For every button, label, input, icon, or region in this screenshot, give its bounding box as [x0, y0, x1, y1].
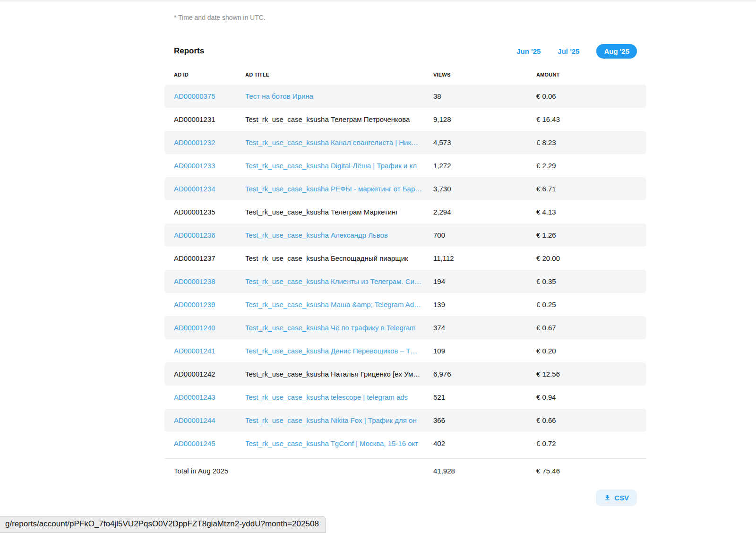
- ad-title-text: Test_rk_use_case_ksusha Телеграм Маркети…: [245, 208, 433, 216]
- ad-id-link[interactable]: AD00001240: [174, 324, 245, 332]
- column-header: AMOUNT: [536, 72, 637, 77]
- month-tab-aug-25[interactable]: Aug '25: [596, 44, 637, 59]
- views-value: 4,573: [433, 138, 536, 146]
- status-url-text: g/reports/account/pPFkO_7fo4jl5VU2PqsO0V…: [5, 519, 319, 528]
- amount-value: € 0.35: [536, 277, 637, 285]
- status-url-bar: g/reports/account/pPFkO_7fo4jl5VU2PqsO0V…: [0, 516, 326, 533]
- ad-id-text: AD00001235: [174, 208, 245, 216]
- table-row: AD00001243Test_rk_use_case_ksusha telesc…: [164, 386, 646, 409]
- table-row: AD00001238Test_rk_use_case_ksusha Клиент…: [164, 270, 646, 293]
- ad-id-link[interactable]: AD00001236: [174, 231, 245, 239]
- amount-value: € 6.71: [536, 185, 637, 193]
- download-icon: [604, 494, 611, 501]
- ad-id-link[interactable]: AD00001234: [174, 185, 245, 193]
- column-header: VIEWS: [433, 72, 536, 77]
- table-body: AD00000375Тест на ботов Ирина38€ 0.06AD0…: [164, 85, 646, 455]
- ad-title-link[interactable]: Test_rk_use_case_ksusha Александр Львов: [245, 231, 433, 239]
- views-value: 374: [433, 324, 536, 332]
- ad-id-link[interactable]: AD00001239: [174, 301, 245, 309]
- ad-title-link[interactable]: Test_rk_use_case_ksusha Клиенты из Телег…: [245, 277, 433, 285]
- ad-title-link[interactable]: Test_rk_use_case_ksusha TgConf | Москва,…: [245, 439, 433, 447]
- ad-id-link[interactable]: AD00000375: [174, 92, 245, 100]
- views-value: 1,272: [433, 162, 536, 170]
- ad-title-link[interactable]: Test_rk_use_case_ksusha Маша &amp; Teleg…: [245, 301, 433, 309]
- total-views: 41,928: [433, 467, 536, 475]
- ad-title-link[interactable]: Test_rk_use_case_ksusha telescope | tele…: [245, 393, 433, 401]
- ad-title-text: Test_rk_use_case_ksusha Телеграм Петроче…: [245, 115, 433, 123]
- ad-id-link[interactable]: AD00001232: [174, 138, 245, 146]
- month-tabs: Jun '25Jul '25Aug '25: [516, 44, 637, 59]
- csv-download-button[interactable]: CSV: [596, 489, 637, 506]
- month-tab-jul-25[interactable]: Jul '25: [558, 47, 579, 55]
- table-row: AD00001232Test_rk_use_case_ksusha Канал …: [164, 131, 646, 154]
- table-total-row: Total in Aug 2025 41,928 € 75.46: [164, 458, 646, 482]
- table-row: AD00001244Test_rk_use_case_ksusha Nikita…: [164, 409, 646, 432]
- ad-title-link[interactable]: Test_rk_use_case_ksusha Чё по трафику в …: [245, 324, 433, 332]
- ad-id-link[interactable]: AD00001245: [174, 439, 245, 447]
- ad-title-link[interactable]: Test_rk_use_case_ksusha Nikita Fox | Тра…: [245, 416, 433, 424]
- views-value: 366: [433, 416, 536, 424]
- ad-title-link[interactable]: Test_rk_use_case_ksusha Digital-Лёша | Т…: [245, 162, 433, 170]
- table-row: AD00001233Test_rk_use_case_ksusha Digita…: [164, 154, 646, 177]
- table-row: AD00001236Test_rk_use_case_ksusha Алекса…: [164, 223, 646, 247]
- amount-value: € 12.56: [536, 370, 637, 378]
- table-row: AD00001235Test_rk_use_case_ksusha Телегр…: [164, 200, 646, 223]
- table-row: AD00001234Test_rk_use_case_ksusha РЕФЫ -…: [164, 177, 646, 200]
- csv-button-row: CSV: [164, 489, 646, 506]
- reports-page: * Time and date shown in UTC. Reports Ju…: [164, 0, 646, 506]
- views-value: 11,112: [433, 254, 536, 262]
- views-value: 194: [433, 277, 536, 285]
- views-value: 700: [433, 231, 536, 239]
- month-tab-jun-25[interactable]: Jun '25: [516, 47, 541, 55]
- table-row: AD00001245Test_rk_use_case_ksusha TgConf…: [164, 432, 646, 455]
- column-header: AD ID: [174, 72, 245, 77]
- amount-value: € 0.94: [536, 393, 637, 401]
- reports-header-bar: Reports Jun '25Jul '25Aug '25: [164, 43, 646, 59]
- views-value: 38: [433, 92, 536, 100]
- ad-title-link[interactable]: Test_rk_use_case_ksusha РЕФЫ - маркетинг…: [245, 185, 433, 193]
- csv-button-label: CSV: [614, 494, 629, 502]
- page-title: Reports: [174, 46, 204, 56]
- ad-id-link[interactable]: AD00001238: [174, 277, 245, 285]
- views-value: 3,730: [433, 185, 536, 193]
- utc-note: * Time and date shown in UTC.: [164, 0, 646, 22]
- views-value: 6,976: [433, 370, 536, 378]
- amount-value: € 0.72: [536, 439, 637, 447]
- ad-id-link[interactable]: AD00001241: [174, 347, 245, 355]
- views-value: 139: [433, 301, 536, 309]
- table-row: AD00001240Test_rk_use_case_ksusha Чё по …: [164, 316, 646, 339]
- amount-value: € 20.00: [536, 254, 637, 262]
- amount-value: € 1.26: [536, 231, 637, 239]
- views-value: 9,128: [433, 115, 536, 123]
- ad-title-link[interactable]: Test_rk_use_case_ksusha Денис Перевощико…: [245, 347, 433, 355]
- ad-title-text: Test_rk_use_case_ksusha Наталья Гриценко…: [245, 370, 433, 378]
- table-row: AD00001239Test_rk_use_case_ksusha Маша &…: [164, 293, 646, 316]
- ad-id-link[interactable]: AD00001233: [174, 162, 245, 170]
- ad-id-text: AD00001231: [174, 115, 245, 123]
- column-header: AD TITLE: [245, 72, 433, 77]
- amount-value: € 2.29: [536, 162, 637, 170]
- ad-id-link[interactable]: AD00001243: [174, 393, 245, 401]
- ad-title-link[interactable]: Тест на ботов Ирина: [245, 92, 433, 100]
- amount-value: € 0.25: [536, 301, 637, 309]
- table-row: AD00000375Тест на ботов Ирина38€ 0.06: [164, 85, 646, 108]
- total-label: Total in Aug 2025: [174, 467, 245, 475]
- ad-id-link[interactable]: AD00001244: [174, 416, 245, 424]
- ad-id-text: AD00001242: [174, 370, 245, 378]
- table-row: AD00001237Test_rk_use_case_ksusha Беспощ…: [164, 247, 646, 270]
- amount-value: € 0.06: [536, 92, 637, 100]
- views-value: 521: [433, 393, 536, 401]
- amount-value: € 8.23: [536, 138, 637, 146]
- table-row: AD00001241Test_rk_use_case_ksusha Денис …: [164, 339, 646, 362]
- views-value: 109: [433, 347, 536, 355]
- table-row: AD00001231Test_rk_use_case_ksusha Телегр…: [164, 108, 646, 131]
- ad-id-text: AD00001237: [174, 254, 245, 262]
- table-header-row: AD IDAD TITLEVIEWSAMOUNT: [164, 71, 646, 78]
- amount-value: € 4.13: [536, 208, 637, 216]
- amount-value: € 16.43: [536, 115, 637, 123]
- ad-title-link[interactable]: Test_rk_use_case_ksusha Канал евангелист…: [245, 138, 433, 146]
- views-value: 2,294: [433, 208, 536, 216]
- amount-value: € 0.20: [536, 347, 637, 355]
- total-amount: € 75.46: [536, 467, 637, 475]
- amount-value: € 0.66: [536, 416, 637, 424]
